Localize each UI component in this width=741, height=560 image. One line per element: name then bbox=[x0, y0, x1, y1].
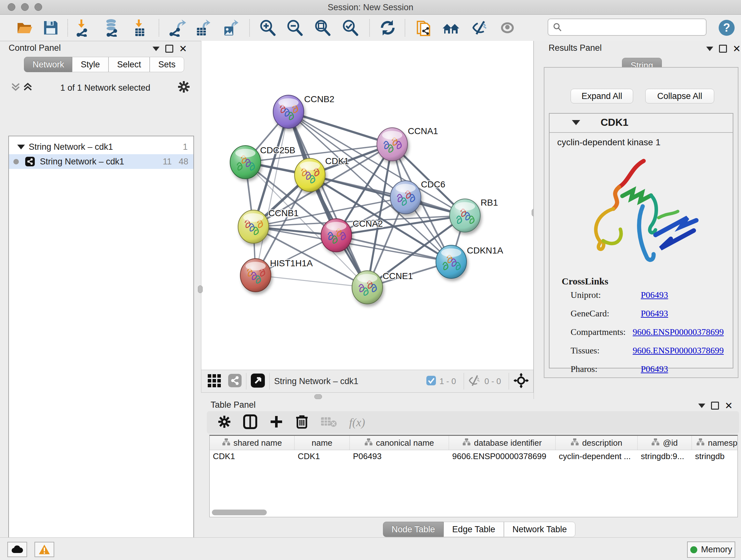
memory-button[interactable]: Memory bbox=[687, 542, 735, 558]
crosslink-value-link[interactable]: 9606.ENSP00000378699 bbox=[633, 346, 724, 356]
network-graph[interactable]: CCNB2CCNA1CDC25BCDK1CDC6RB1CCNB1CCNA2CDK… bbox=[201, 41, 533, 369]
import-network-file-icon[interactable] bbox=[74, 18, 93, 37]
export-network-icon[interactable] bbox=[168, 18, 187, 37]
network-collection-row[interactable]: String Network – cdk1 1 bbox=[9, 139, 193, 154]
tab-network[interactable]: Network bbox=[24, 57, 72, 72]
node-label-CDC6: CDC6 bbox=[421, 179, 445, 189]
expand-all-button[interactable]: Expand All bbox=[570, 89, 633, 104]
column-header-canonical-name[interactable]: canonical name bbox=[350, 436, 449, 450]
protein-structure-image bbox=[575, 155, 709, 276]
node-CCNE1[interactable] bbox=[352, 271, 383, 304]
column-header-description[interactable]: description bbox=[556, 436, 637, 450]
cloud-status-button[interactable] bbox=[7, 542, 27, 557]
column-header--id[interactable]: @id bbox=[637, 436, 692, 450]
table-cell[interactable]: CDK1 bbox=[294, 450, 350, 463]
selected-nodes-checkbox[interactable] bbox=[426, 375, 436, 387]
help-icon[interactable]: ? bbox=[717, 18, 736, 37]
collapse-all-networks-icon[interactable] bbox=[11, 82, 20, 93]
node-CDC25B[interactable] bbox=[230, 145, 261, 179]
gene-header-row[interactable]: CDK1 bbox=[549, 114, 733, 133]
delete-column-trash-icon[interactable] bbox=[295, 415, 308, 430]
open-session-icon[interactable] bbox=[15, 18, 35, 37]
warning-status-button[interactable] bbox=[35, 542, 54, 557]
show-selected-eye-icon[interactable] bbox=[498, 18, 517, 37]
table-row[interactable]: CDK1CDK1P064939606.ENSP00000378699cyclin… bbox=[210, 450, 738, 463]
bottom-splitter-handle[interactable] bbox=[314, 394, 322, 399]
zoom-in-icon[interactable] bbox=[258, 18, 277, 37]
column-header-shared-name[interactable]: shared name bbox=[210, 436, 294, 450]
expand-all-networks-icon[interactable] bbox=[23, 82, 32, 93]
network-canvas[interactable]: CCNB2CCNA1CDC25BCDK1CDC6RB1CCNB1CCNA2CDK… bbox=[201, 41, 534, 370]
panel-menu-icon[interactable] bbox=[152, 47, 159, 51]
tab-sets[interactable]: Sets bbox=[150, 57, 184, 72]
collapse-section-icon[interactable] bbox=[572, 120, 580, 125]
tab-node-table[interactable]: Node Table bbox=[383, 522, 444, 537]
zoom-fit-icon[interactable] bbox=[313, 18, 332, 37]
horizontal-scrollbar[interactable] bbox=[212, 509, 267, 515]
node-CCNB2[interactable] bbox=[273, 95, 304, 128]
edge-HIST1H1A-CCNE1[interactable] bbox=[256, 275, 367, 287]
node-RB1[interactable] bbox=[450, 199, 480, 232]
node-CDC6[interactable] bbox=[390, 181, 421, 214]
crosslink-value-link[interactable]: 9606.ENSP00000378699 bbox=[633, 327, 724, 337]
export-image-icon[interactable] bbox=[221, 18, 240, 37]
tab-network-table[interactable]: Network Table bbox=[504, 522, 576, 537]
export-table-icon[interactable] bbox=[193, 18, 212, 37]
panel-close-icon[interactable]: ✕ bbox=[725, 402, 733, 409]
zoom-selected-icon[interactable] bbox=[340, 18, 360, 37]
panel-float-icon[interactable] bbox=[165, 45, 173, 53]
panel-menu-icon[interactable] bbox=[706, 47, 713, 51]
table-cell[interactable]: P06493 bbox=[350, 450, 449, 463]
column-header-database-identifier[interactable]: database identifier bbox=[449, 436, 556, 450]
table-cell[interactable]: cyclin-dependent ... bbox=[556, 450, 637, 463]
panel-menu-icon[interactable] bbox=[698, 403, 705, 408]
pan-crosshair-icon[interactable] bbox=[514, 373, 529, 389]
save-session-icon[interactable] bbox=[41, 18, 60, 37]
table-settings-gear-icon[interactable] bbox=[218, 415, 231, 430]
hide-selected-eye-slash-icon[interactable] bbox=[471, 18, 490, 37]
search-input[interactable] bbox=[565, 22, 704, 33]
grid-view-icon[interactable] bbox=[207, 373, 222, 389]
table-cell[interactable]: CDK1 bbox=[210, 450, 294, 463]
node-HIST1H1A[interactable] bbox=[240, 259, 271, 292]
tab-edge-table[interactable]: Edge Table bbox=[444, 522, 504, 537]
table-cell[interactable]: 9606.ENSP00000378699 bbox=[449, 450, 556, 463]
crosslink-value-link[interactable]: P06493 bbox=[641, 308, 668, 319]
import-network-database-icon[interactable] bbox=[102, 18, 121, 37]
collapse-all-button[interactable]: Collapse All bbox=[645, 89, 714, 104]
column-header-name[interactable]: name bbox=[294, 436, 350, 450]
network-share-icon[interactable] bbox=[228, 374, 242, 388]
birds-eye-view-icon[interactable] bbox=[251, 374, 265, 389]
network-row-selected[interactable]: String Network – cdk1 11 48 bbox=[9, 154, 193, 169]
refresh-view-icon[interactable] bbox=[378, 18, 397, 37]
column-header-namespace[interactable]: namespace bbox=[692, 436, 738, 450]
table-cell[interactable]: stringdb:9... bbox=[637, 450, 692, 463]
panel-float-icon[interactable] bbox=[719, 45, 727, 53]
import-table-icon[interactable] bbox=[130, 18, 149, 37]
node-label-CCNA1: CCNA1 bbox=[408, 126, 438, 136]
tab-style[interactable]: Style bbox=[72, 57, 109, 72]
node-CCNB1[interactable] bbox=[238, 210, 269, 243]
panel-close-icon[interactable]: ✕ bbox=[733, 46, 741, 52]
tree-expander-icon[interactable] bbox=[17, 145, 25, 149]
crosslink-value-link[interactable]: P06493 bbox=[641, 290, 668, 300]
node-label-CDK1: CDK1 bbox=[325, 156, 349, 166]
left-splitter-handle[interactable] bbox=[198, 286, 203, 293]
node-CCNA1[interactable] bbox=[377, 128, 408, 161]
add-column-icon[interactable] bbox=[269, 415, 283, 430]
table-cell[interactable]: stringdb bbox=[692, 450, 738, 463]
show-columns-icon[interactable] bbox=[243, 415, 257, 430]
panel-close-icon[interactable]: ✕ bbox=[179, 46, 187, 52]
panel-float-icon[interactable] bbox=[711, 401, 719, 410]
hidden-eye-slash-icon[interactable] bbox=[468, 375, 481, 388]
network-options-gear-icon[interactable] bbox=[178, 80, 190, 95]
crosslink-value-link[interactable]: P06493 bbox=[641, 364, 668, 374]
zoom-out-icon[interactable] bbox=[285, 18, 304, 37]
node-CDKN1A[interactable] bbox=[436, 245, 467, 278]
edge-CCNB2-CCNA1[interactable] bbox=[288, 112, 392, 144]
clone-network-icon[interactable] bbox=[414, 18, 433, 37]
node-CCNA2[interactable] bbox=[321, 219, 352, 252]
tab-select[interactable]: Select bbox=[109, 57, 150, 72]
home-icon[interactable] bbox=[441, 18, 461, 37]
node-CDK1[interactable] bbox=[294, 159, 325, 192]
